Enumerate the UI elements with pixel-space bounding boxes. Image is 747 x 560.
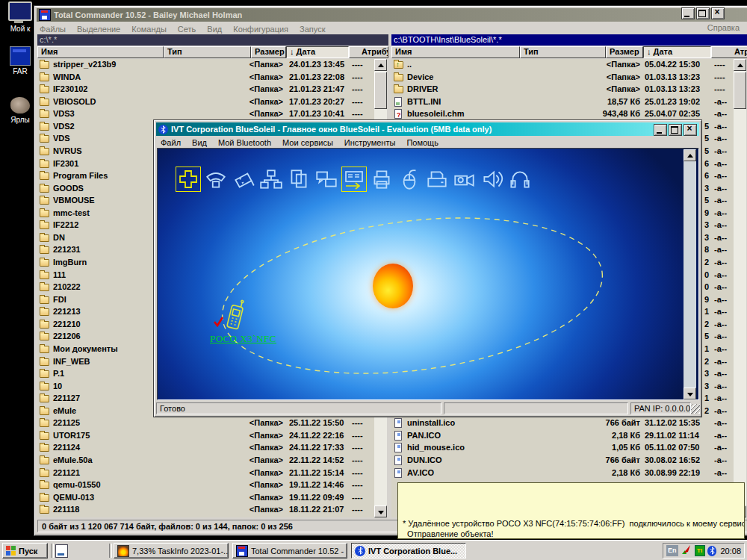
file-icon [40,272,49,279]
file-icon [40,408,49,415]
header-date-sorted[interactable]: ↓ Дата [643,46,711,58]
taskbutton-bluesoleil[interactable]: IVT Corporation Blue... [351,543,466,559]
file-row[interactable]: UTOR175 <Папка> 24.11.22 22:16 ---- [37,430,374,443]
resize-grip[interactable] [691,404,700,414]
left-panel-headers: Имя Тип Размер ↓ Дата Атрибуты [37,46,388,58]
scrollbar-thumb[interactable] [734,72,746,109]
header-name[interactable]: Имя [37,46,164,58]
file-row[interactable]: qemu-01550 <Папка> 19.11.22 14:46 ---- [37,479,374,492]
serial-port-icon[interactable] [231,167,256,192]
remote-device-label[interactable]: POCO X3`NFC [210,333,276,345]
header-attributes[interactable]: Атрибуты [711,46,747,58]
menu-item-help[interactable]: Справка [707,23,740,32]
menu-item[interactable]: Мои сервисы [282,138,333,147]
av-camera-icon[interactable] [452,167,477,192]
file-row[interactable]: WINDA <Папка> 21.01.23 22:08 ---- [37,72,374,84]
taskbutton-taskinfo[interactable]: 7,33% TaskInfo 2023-01-... [114,543,229,559]
file-row[interactable]: eMule.50a <Папка> 22.11.22 14:52 ---- [37,455,374,467]
network-access-icon[interactable] [258,167,284,192]
file-row[interactable]: 221125 <Папка> 25.11.22 15:50 ---- [37,417,374,430]
file-row[interactable]: 221121 <Папка> 21.11.22 15:14 ---- [37,467,374,480]
language-indicator[interactable]: En [666,545,678,556]
file-row[interactable]: hid_mouse.ico 1,05 Кб 05.11.02 07:50 -a-… [391,442,734,455]
minimize-button[interactable] [681,7,695,19]
menu-item[interactable]: Запуск [300,25,325,34]
bluetooth-server-sun[interactable] [373,264,413,308]
scroll-up-icon[interactable] [684,149,696,161]
header-size[interactable]: Размер [251,46,286,58]
menu-item[interactable]: Вид [192,138,207,147]
start-button[interactable]: Пуск [2,543,48,559]
scroll-down-icon[interactable] [684,388,696,399]
taskbutton-total-commander[interactable]: Total Commander 10.52 - ... [232,543,347,559]
maximize-button[interactable] [696,7,710,19]
file-row[interactable]: 221118 <Папка> 18.11.22 21:07 ---- [37,504,374,517]
bluetooth-tray-icon[interactable] [707,546,717,556]
file-row[interactable]: VBIOSOLD <Папка> 17.01.23 20:27 ---- [37,96,374,109]
bluesoleil-window: IVT Corporation BlueSoleil - Главное окн… [153,119,702,417]
scrollbar-thumb[interactable] [374,72,387,109]
fax-icon[interactable] [424,167,450,192]
file-row[interactable]: DUN.ICO 766 байт 30.08.02 16:52 -a-- [391,455,734,467]
clock[interactable]: 20:08 [720,547,741,556]
scroll-up-icon[interactable] [374,59,387,71]
connected-check-icon [213,316,224,330]
header-date-sorted[interactable]: ↓ Дата [286,46,349,58]
left-panel-path[interactable]: c:\*.* [37,34,388,46]
maximize-button[interactable] [669,124,682,136]
file-row[interactable]: DRIVER <Папка> 01.03.13 13:23 ---- [391,84,734,96]
file-row[interactable]: QEMU-013 <Папка> 19.11.22 09:49 ---- [37,492,374,505]
file-row[interactable]: IF230102 <Папка> 21.01.23 21:47 ---- [37,84,374,96]
object-push-icon[interactable] [341,167,367,192]
menu-item[interactable]: Команды [131,25,167,34]
menu-item[interactable]: Помощь [406,138,438,147]
dialup-networking-icon[interactable] [203,167,229,192]
header-attributes[interactable]: Атрибуты [349,46,388,58]
taskinfo-tray-icon[interactable] [681,544,692,559]
close-button[interactable] [684,124,697,136]
right-panel-scrollbar[interactable] [734,59,746,517]
file-row[interactable]: stripper_v213b9 <Папка> 24.01.23 13:45 -… [37,59,374,72]
scroll-down-icon[interactable] [374,505,387,517]
menu-item[interactable]: Мой Bluetooth [218,138,271,147]
file-row[interactable]: PAN.ICO 2,18 Кб 29.11.02 11:14 -a-- [391,430,734,443]
file-icon [40,197,49,205]
menu-item[interactable]: Вид [207,25,222,34]
header-type[interactable]: Тип [164,46,251,58]
mouse-hid-icon[interactable] [397,167,422,192]
header-name[interactable]: Имя [391,46,520,58]
scroll-up-icon[interactable] [734,59,746,71]
menu-item[interactable]: Инструменты [344,138,396,147]
ti-tray-icon[interactable]: TI [695,545,705,556]
file-row[interactable]: uninstall.ico 766 байт 31.12.02 15:35 -a… [391,417,734,430]
information-sync-icon[interactable] [314,167,339,192]
menu-item[interactable]: Файлы [40,25,66,34]
menu-item[interactable]: Выделение [77,25,120,34]
file-row[interactable]: AV.ICO 2,18 Кб 30.08.99 22:19 -a-- [391,467,734,480]
menu-item[interactable]: Файл [161,138,181,147]
main-window-icon[interactable] [176,167,201,192]
printer-icon[interactable] [369,167,394,192]
file-row[interactable]: Device <Папка> 01.03.13 13:23 ---- [391,72,734,84]
file-row[interactable]: BTTL.INI 18,57 Кб 25.01.23 19:02 -a-- [391,96,734,109]
canvas-scrollbar[interactable] [684,149,696,399]
minimize-button[interactable] [654,124,667,136]
tc-window-buttons [681,7,725,19]
file-transfer-icon[interactable] [286,167,311,192]
headset-icon[interactable] [507,167,533,192]
tc-title-bar[interactable]: Total Commander 10.52 - Bailey Michael H… [37,8,747,22]
file-icon [394,418,402,428]
menu-item[interactable]: Конфигурация [233,25,288,34]
audio-gateway-icon[interactable] [480,167,505,192]
header-type[interactable]: Тип [520,46,606,58]
close-button[interactable] [711,7,725,19]
right-panel-path[interactable]: c:\BTOOTH\Inst\BlueSoleil\*.* [391,34,747,46]
menu-item[interactable]: Сеть [178,25,196,34]
file-icon [40,135,49,143]
header-size[interactable]: Размер [606,46,643,58]
file-row[interactable]: .. <Папка> 05.04.22 15:30 ---- [391,59,734,72]
bs-title-bar[interactable]: IVT Corporation BlueSoleil - Главное окн… [156,122,699,136]
bs-menu-bar: ФайлВидМой BluetoothМои сервисыИнструмен… [161,137,438,148]
quick-launch-icon[interactable] [55,544,68,558]
file-row[interactable]: 221124 <Папка> 24.11.22 17:33 ---- [37,442,374,455]
